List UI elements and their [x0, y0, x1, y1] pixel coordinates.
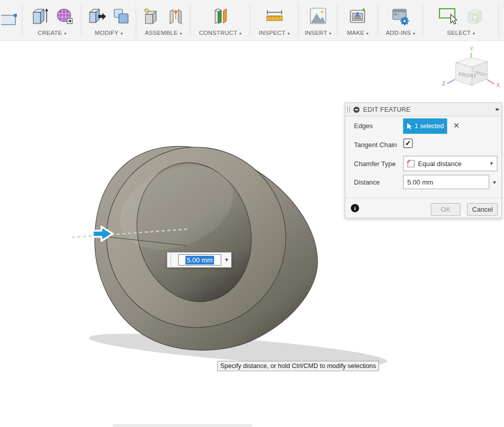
toolbar-group-addins[interactable]: >- ADD-INS▾ [378, 0, 423, 40]
axis-y-label: Y [470, 46, 474, 52]
axis-x-label: X [496, 82, 500, 88]
select-menu[interactable]: SELECT▾ [447, 30, 475, 36]
chevron-down-icon: ▾ [180, 31, 182, 36]
cursor-icon [407, 123, 412, 130]
edges-label: Edges [354, 122, 373, 130]
info-icon[interactable]: i [351, 204, 359, 212]
toolbar-group-insert[interactable]: INSERT▾ [299, 0, 338, 40]
dialog-divider [345, 197, 501, 198]
add-ins-icon[interactable]: >- [390, 6, 411, 27]
chamfer-type-select[interactable]: Equal distance ▼ [403, 156, 497, 171]
edit-feature-dialog: EDIT FEATURE ▸▸ Edges 1 selected ✕ Tange… [345, 103, 502, 218]
toolbar-group-modify[interactable]: MODIFY▾ [81, 0, 136, 40]
dialog-title: EDIT FEATURE [363, 106, 411, 113]
drag-handle-icon[interactable] [170, 254, 174, 266]
insert-image-icon[interactable] [308, 6, 328, 27]
chevron-down-icon: ▾ [121, 31, 123, 36]
chevron-down-icon[interactable]: ▼ [492, 180, 497, 185]
assemble-menu[interactable]: ASSEMBLE▾ [145, 30, 182, 36]
view-cube[interactable]: Y FRONT RIGHT Z X [442, 44, 504, 99]
form-icon[interactable] [55, 6, 74, 27]
chamfer-type-value: Equal distance [418, 160, 489, 168]
drag-handle-icon[interactable] [347, 107, 350, 113]
distance-input[interactable] [403, 175, 489, 189]
create-sketch-icon[interactable] [1, 11, 22, 30]
axis-x-line [487, 79, 494, 84]
select-window-icon[interactable] [437, 6, 459, 27]
construct-plane-icon[interactable] [209, 6, 232, 27]
insert-menu[interactable]: INSERT▾ [305, 30, 331, 36]
toolbar-group-select[interactable]: SELECT▾ [423, 0, 499, 40]
collapse-icon[interactable] [353, 107, 360, 113]
edges-selected-count: 1 selected [415, 123, 444, 130]
cancel-button[interactable]: Cancel [467, 203, 498, 216]
tangent-chain-checkbox[interactable]: ✓ [403, 138, 413, 148]
add-ins-menu[interactable]: ADD-INS▾ [386, 30, 415, 36]
distance-value-field[interactable]: 5.00 mm [178, 254, 221, 266]
make-icon[interactable] [348, 6, 368, 27]
chamfer-type-label: Chamfer Type [354, 160, 395, 168]
press-pull-icon[interactable] [87, 6, 107, 27]
chevron-down-icon: ▾ [287, 31, 289, 36]
axis-z-line [447, 79, 455, 84]
edges-selected-button[interactable]: 1 selected [403, 118, 447, 134]
toolbar-group-inspect[interactable]: INSPECT▾ [250, 0, 299, 40]
distance-floating-input[interactable]: 5.00 mm ▼ [167, 252, 232, 268]
chevron-down-icon: ▼ [489, 161, 494, 166]
joint-icon[interactable] [166, 6, 185, 27]
toolbar-group-construct[interactable]: CONSTRUCT▾ [191, 0, 250, 40]
inspect-menu[interactable]: INSPECT▾ [259, 30, 289, 36]
clear-selection-icon[interactable]: ✕ [451, 120, 462, 131]
chevron-down-icon: ▾ [239, 31, 241, 36]
select-cube-icon[interactable] [465, 6, 485, 27]
new-component-icon[interactable] [141, 6, 161, 27]
fusion360-window: CREATE▾ MODIFY▾ [0, 0, 504, 427]
construct-menu[interactable]: CONSTRUCT▾ [199, 30, 241, 36]
chevron-down-icon: ▾ [473, 31, 475, 36]
toolbar-group-sketch[interactable] [0, 0, 23, 40]
ok-button[interactable]: OK [431, 203, 460, 216]
chamfer-type-icon [407, 159, 415, 168]
toolbar: CREATE▾ MODIFY▾ [0, 0, 504, 41]
create-menu[interactable]: CREATE▾ [38, 30, 67, 36]
modify-menu[interactable]: MODIFY▾ [95, 30, 123, 36]
navigation-bar-partial[interactable] [113, 424, 252, 427]
tangent-chain-label: Tangent Chain [354, 141, 397, 149]
selected-value-text[interactable]: 5.00 mm [185, 256, 215, 265]
expand-arrows-icon[interactable]: ▸▸ [496, 106, 498, 112]
distance-label: Distance [354, 178, 380, 186]
svg-text:>-: >- [394, 12, 400, 17]
dialog-title-bar[interactable]: EDIT FEATURE ▸▸ [345, 103, 501, 116]
chevron-down-icon: ▾ [366, 31, 368, 36]
measure-icon[interactable] [264, 6, 285, 27]
make-menu[interactable]: MAKE▾ [347, 30, 368, 36]
status-hint-tooltip: Specify distance, or hold Ctrl/CMD to mo… [217, 361, 379, 371]
extrude-icon[interactable] [30, 6, 50, 27]
axis-z-label: Z [442, 80, 446, 87]
toolbar-group-create[interactable]: CREATE▾ [23, 0, 81, 40]
combine-icon[interactable] [112, 6, 131, 27]
chevron-down-icon: ▾ [413, 31, 415, 36]
chevron-down-icon: ▾ [64, 31, 66, 36]
chevron-down-icon[interactable]: ▼ [224, 257, 229, 262]
toolbar-group-assemble[interactable]: ASSEMBLE▾ [136, 0, 191, 40]
chevron-down-icon: ▾ [329, 31, 331, 36]
toolbar-group-make[interactable]: MAKE▾ [338, 0, 378, 40]
